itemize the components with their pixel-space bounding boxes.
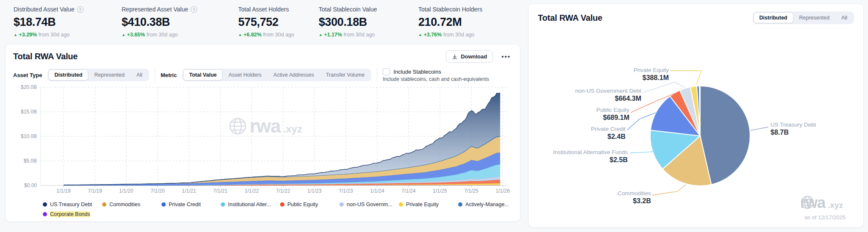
legend-swatch xyxy=(102,202,106,207)
stat-delta: ▲ +3.29% from 30d ago xyxy=(14,32,117,38)
x-axis-tick-label: 1/1/21 xyxy=(182,188,196,194)
stat-card-total-stablecoin-value: Total Stablecoin Value$300.18B▲ +1.17% f… xyxy=(319,6,418,44)
help-icon[interactable]: ? xyxy=(191,6,197,13)
area-chart-svg[interactable] xyxy=(40,86,512,187)
x-axis-tick-label: 7/1/21 xyxy=(213,188,227,194)
x-axis-tick-label: 1/1/22 xyxy=(245,188,259,194)
pie-chart-svg[interactable] xyxy=(529,4,865,228)
x-axis-tick-label: 7/1/25 xyxy=(464,188,478,194)
metric-option-total-value[interactable]: Total Value xyxy=(183,69,223,80)
metric-option-active-addresses[interactable]: Active Addresses xyxy=(267,69,320,80)
legend-item-non-us-governm[interactable]: non-US Governm... xyxy=(339,202,399,207)
total-rwa-value-card: Total RWA Value Download ••• Asset Type xyxy=(5,44,520,222)
stat-value: $300.18B xyxy=(319,16,414,29)
stat-delta: ▲ +6.82% from 30d ago xyxy=(238,32,314,38)
rwa-breakdown-card: Total RWA Value DistributedRepresentedAl… xyxy=(528,3,864,228)
delta-percent: +3.76% xyxy=(423,32,442,38)
page-title: Total RWA Value xyxy=(13,52,78,61)
legend-swatch xyxy=(280,202,284,207)
help-icon[interactable]: ? xyxy=(77,6,83,13)
x-axis-tick-label: 1/1/26 xyxy=(495,188,509,194)
pie-label-name: Commodities xyxy=(618,190,651,197)
x-axis-tick-label: 7/1/22 xyxy=(276,188,290,194)
legend-label: Institutional Alter... xyxy=(228,202,271,207)
y-axis-tick-label: $15.0B xyxy=(13,109,37,115)
metric-option-transfer-volume[interactable]: Transfer Volume xyxy=(320,69,370,80)
pie-label-value: $2.4B xyxy=(591,133,626,141)
stats-row: Distributed Asset Value?$18.74B▲ +3.29% … xyxy=(5,3,520,44)
stat-label: Total Stablecoin Value xyxy=(319,6,414,13)
metric-segmented-control: Total ValueAsset HoldersActive Addresses… xyxy=(182,69,371,81)
left-column: Distributed Asset Value?$18.74B▲ +3.29% … xyxy=(5,3,520,228)
legend-item-public-equity[interactable]: Public Equity xyxy=(280,202,339,207)
delta-percent: +3.65% xyxy=(127,32,145,38)
pie-chart[interactable]: US Treasury Debt$8.7BCommodities$3.2BIns… xyxy=(529,4,865,228)
stat-value: $18.74B xyxy=(14,16,117,29)
pie-label-value: $3.2B xyxy=(618,197,651,205)
as-of-date: as of 12/17/2025 xyxy=(804,214,846,221)
legend-swatch xyxy=(161,202,166,207)
delta-note: from 30d ago xyxy=(263,32,295,38)
x-axis-tick-label: 7/1/20 xyxy=(150,188,164,194)
up-arrow-icon: ▲ xyxy=(122,33,125,37)
y-axis-tick-label: $20.0B xyxy=(13,84,37,90)
stat-card-total-asset-holders: Total Asset Holders575,752▲ +6.82% from … xyxy=(238,6,319,44)
delta-percent: +3.29% xyxy=(19,32,37,38)
divider xyxy=(377,68,377,82)
asset-type-option-distributed[interactable]: Distributed xyxy=(48,69,88,80)
y-axis-tick-label: $5.0B xyxy=(13,158,37,164)
x-axis-tick-label: 1/1/25 xyxy=(433,188,447,194)
delta-note: from 30d ago xyxy=(39,32,70,38)
legend-item-private-equity[interactable]: Private Equity xyxy=(399,202,458,207)
pie-label-commodities: Commodities$3.2B xyxy=(618,190,651,205)
stat-card-distributed-asset-value: Distributed Asset Value?$18.74B▲ +3.29% … xyxy=(14,6,122,44)
legend-item-actively-manage[interactable]: Actively-Manage... xyxy=(458,202,517,207)
legend-swatch xyxy=(43,212,47,216)
dashboard: Distributed Asset Value?$18.74B▲ +3.29% … xyxy=(0,0,868,231)
download-button[interactable]: Download xyxy=(446,50,493,63)
include-stablecoins-checkbox[interactable] xyxy=(383,68,390,75)
stat-value: 575,752 xyxy=(238,16,314,29)
x-axis-tick-label: 7/1/23 xyxy=(339,188,353,194)
pie-label-name: non-US Government Debt xyxy=(575,87,641,95)
x-axis-tick-label: 1/1/24 xyxy=(370,188,384,194)
stat-delta: ▲ +3.65% from 30d ago xyxy=(122,32,234,38)
x-axis-tick-label: 7/1/24 xyxy=(401,188,415,194)
legend-item-private-credit[interactable]: Private Credit xyxy=(161,202,221,207)
metric-option-asset-holders[interactable]: Asset Holders xyxy=(223,69,267,80)
asset-type-option-all[interactable]: All xyxy=(131,69,148,80)
pie-label-public-equity: Public Equity$689.1M xyxy=(596,106,629,122)
asset-type-option-represented[interactable]: Represented xyxy=(88,69,131,80)
legend-item-corporate-bonds[interactable]: Corporate Bonds xyxy=(43,211,102,217)
legend-label: US Treasury Debt xyxy=(50,202,92,207)
chart-legend: US Treasury DebtCommoditiesPrivate Credi… xyxy=(43,202,522,221)
pie-label-name: Private Credit xyxy=(591,125,626,133)
stat-value: $410.38B xyxy=(122,16,234,29)
chart-controls: Asset Type DistributedRepresentedAll Met… xyxy=(13,68,513,82)
legend-swatch xyxy=(399,202,403,207)
pie-label-institutional-alternative-funds: Institutional Alternative Funds$2.5B xyxy=(553,149,628,164)
legend-label: Private Credit xyxy=(169,202,201,207)
include-stablecoins-sublabel: Include stablecoins, cash and cash-equiv… xyxy=(383,76,489,82)
x-axis-tick-label: 1/1/23 xyxy=(307,188,321,194)
more-options-button[interactable]: ••• xyxy=(499,51,513,62)
x-axis-tick-label: 1/1/20 xyxy=(119,188,133,194)
download-label: Download xyxy=(461,53,487,60)
legend-item-commodities[interactable]: Commodities xyxy=(102,202,161,207)
delta-note: from 30d ago xyxy=(443,32,475,38)
divider xyxy=(155,68,155,82)
pie-label-value: $388.1M xyxy=(634,74,669,82)
stat-label: Total Stablecoin Holders xyxy=(418,6,482,13)
legend-item-us-treasury-debt[interactable]: US Treasury Debt xyxy=(43,202,102,207)
asset-type-segmented-control: DistributedRepresentedAll xyxy=(47,69,149,81)
up-arrow-icon: ▲ xyxy=(14,33,17,37)
up-arrow-icon: ▲ xyxy=(319,33,323,37)
legend-swatch xyxy=(458,202,462,207)
up-arrow-icon: ▲ xyxy=(238,33,242,37)
legend-item-institutional-alter[interactable]: Institutional Alter... xyxy=(221,202,280,207)
stacked-area-chart[interactable]: rwa.xyz $20.0B$15.0B$10.0B$5.0B$0.001/1/… xyxy=(13,86,513,197)
pie-label-name: US Treasury Debt xyxy=(771,121,816,129)
stat-value: 210.72M xyxy=(418,16,482,29)
stat-delta: ▲ +3.76% from 30d ago xyxy=(418,32,482,38)
download-icon xyxy=(452,54,458,60)
